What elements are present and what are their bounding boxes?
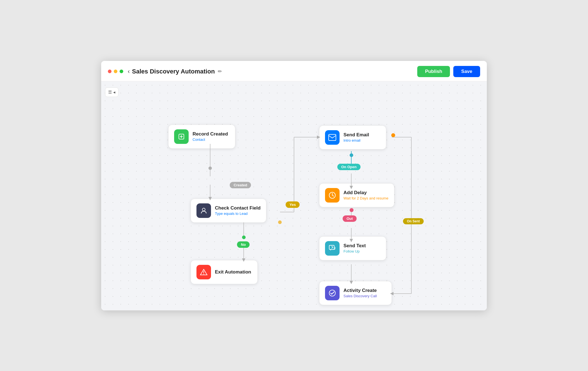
chevron-left-icon: ◂ [113,90,115,95]
send-email-icon [325,130,340,145]
node-record-created[interactable]: Record Created Contact [168,125,235,149]
check-contact-text: Check Contact Field Type equals to Lead [215,205,260,216]
connector-dot-yes [278,220,282,224]
svg-point-18 [202,208,205,211]
tl-green-light[interactable] [120,70,123,73]
svg-point-21 [203,274,204,274]
page-title-text: Sales Discovery Automation [132,68,215,75]
node-send-text[interactable]: Send Text Follow Up [319,236,386,260]
tl-red[interactable] [108,70,112,73]
node-exit-automation[interactable]: Exit Automation [191,260,258,284]
send-email-title: Send Email [343,132,369,138]
node-add-delay[interactable]: Add Delay Wait for 2 Days and resume [319,183,394,207]
add-delay-text: Add Delay Wait for 2 Days and resume [343,190,388,200]
connector-dot-pink [350,208,354,212]
add-delay-sub: Wait for 2 Days and resume [343,196,388,200]
canvas-area: ☰ ◂ [101,81,487,310]
activity-create-sub: Sales Discovery Call [343,294,377,298]
header-actions: Publish Save [417,66,480,77]
edit-icon[interactable]: ✏ [218,68,222,75]
badge-no: No [237,241,250,248]
check-contact-sub: Type equals to Lead [215,211,260,216]
exit-automation-text: Exit Automation [215,269,251,275]
traffic-lights [108,70,123,73]
page-title: Sales Discovery Automation ✏ [132,68,222,75]
connector-dot-orange [391,133,395,137]
record-created-title: Record Created [193,131,228,137]
badge-on-sent: On Sent [403,218,424,224]
exit-automation-icon [196,265,211,279]
badge-out: Out [343,215,357,222]
record-created-sub: Contact [193,137,228,142]
save-button[interactable]: Save [453,66,480,77]
activity-create-icon [325,286,340,300]
svg-rect-22 [329,134,336,141]
connector-dot-1 [208,167,212,170]
badge-on-open: On Open [337,164,361,170]
add-delay-title: Add Delay [343,190,388,196]
send-text-icon [325,241,340,256]
activity-create-title: Activity Create [343,288,377,293]
exit-automation-title: Exit Automation [215,269,251,275]
publish-button[interactable]: Publish [417,66,450,77]
connector-dot-teal [350,153,353,157]
titlebar: ‹ Sales Discovery Automation ✏ Publish S… [101,61,487,81]
check-contact-icon [196,203,211,218]
badge-yes: Yes [286,201,300,208]
svg-point-25 [329,290,335,296]
sidebar-toggle[interactable]: ☰ ◂ [105,87,118,97]
badge-created: Created [230,182,251,188]
send-email-sub: Intro email [343,138,369,142]
app-window: ‹ Sales Discovery Automation ✏ Publish S… [101,61,487,310]
connector-lines [101,81,487,310]
back-icon: ‹ [128,68,130,75]
send-email-text: Send Email Intro email [343,132,369,142]
connector-dot-no-top [242,236,246,239]
send-text-sub: Follow Up [343,249,366,253]
tl-yellow[interactable] [114,70,117,73]
activity-create-text: Activity Create Sales Discovery Call [343,288,377,298]
send-text-text: Send Text Follow Up [343,243,366,253]
record-created-text: Record Created Contact [193,131,228,142]
hamburger-icon: ☰ [108,90,112,95]
back-button[interactable]: ‹ [128,68,130,75]
record-created-icon [174,129,189,144]
node-check-contact[interactable]: Check Contact Field Type equals to Lead [191,199,266,223]
node-activity-create[interactable]: Activity Create Sales Discovery Call [319,281,392,305]
node-send-email[interactable]: Send Email Intro email [319,125,386,149]
add-delay-icon [325,188,340,203]
check-contact-title: Check Contact Field [215,205,260,211]
send-text-title: Send Text [343,243,366,249]
